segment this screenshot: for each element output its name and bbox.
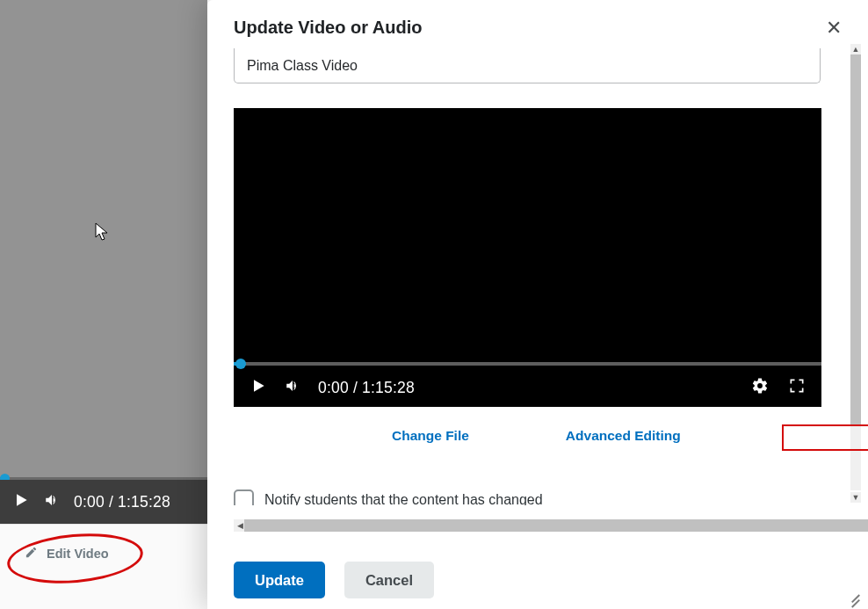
edit-video-label: Edit Video xyxy=(47,547,109,561)
background-time-display: 0:00 / 1:15:28 xyxy=(74,493,170,511)
modal-scroll-body: Pima Class Video 0:00 / 1:15:28 xyxy=(234,48,831,505)
scrollbar-down-arrow[interactable]: ▼ xyxy=(850,492,861,503)
close-button[interactable]: ✕ xyxy=(826,18,842,38)
seek-track[interactable] xyxy=(234,362,821,366)
pencil-icon xyxy=(25,546,38,562)
change-file-link[interactable]: Change File xyxy=(392,428,469,444)
gear-icon[interactable] xyxy=(751,377,769,398)
advanced-editing-link[interactable]: Advanced Editing xyxy=(566,428,681,444)
triangle-left-icon: ◀ xyxy=(237,522,243,530)
notify-row: Notify students that the content has cha… xyxy=(234,489,831,505)
video-player[interactable]: 0:00 / 1:15:28 xyxy=(234,108,821,407)
video-title-value: Pima Class Video xyxy=(247,58,358,74)
modal-title: Update Video or Audio xyxy=(234,18,422,38)
video-action-links: Change File Advanced Editing xyxy=(234,428,831,444)
update-button[interactable]: Update xyxy=(234,562,325,598)
close-icon: ✕ xyxy=(826,17,842,39)
video-title-field[interactable]: Pima Class Video xyxy=(234,48,821,83)
background-edit-bar: Edit Video xyxy=(0,524,207,609)
background-player-controls: 0:00 / 1:15:28 xyxy=(0,480,207,524)
edit-video-link[interactable]: Edit Video xyxy=(25,546,109,562)
time-display: 0:00 / 1:15:28 xyxy=(318,379,415,397)
video-controls: 0:00 / 1:15:28 xyxy=(234,368,821,407)
notify-label: Notify students that the content has cha… xyxy=(264,492,543,506)
volume-icon[interactable] xyxy=(44,492,60,512)
play-icon[interactable] xyxy=(250,377,267,398)
background-video-area xyxy=(0,0,207,524)
modal-footer: Update Cancel xyxy=(234,562,434,598)
modal-header: Update Video or Audio ✕ xyxy=(207,0,868,48)
play-icon[interactable] xyxy=(12,491,30,513)
fullscreen-icon[interactable] xyxy=(788,377,806,398)
update-video-modal: Update Video or Audio ✕ Pima Class Video xyxy=(207,0,868,609)
scrollbar-horizontal-thumb[interactable] xyxy=(244,519,868,532)
volume-icon[interactable] xyxy=(285,378,300,397)
notify-checkbox[interactable] xyxy=(234,489,254,505)
resize-grip[interactable] xyxy=(847,588,861,602)
cancel-button[interactable]: Cancel xyxy=(344,562,434,598)
scrollbar-vertical-thumb[interactable] xyxy=(850,54,861,424)
triangle-down-icon: ▼ xyxy=(852,494,860,502)
